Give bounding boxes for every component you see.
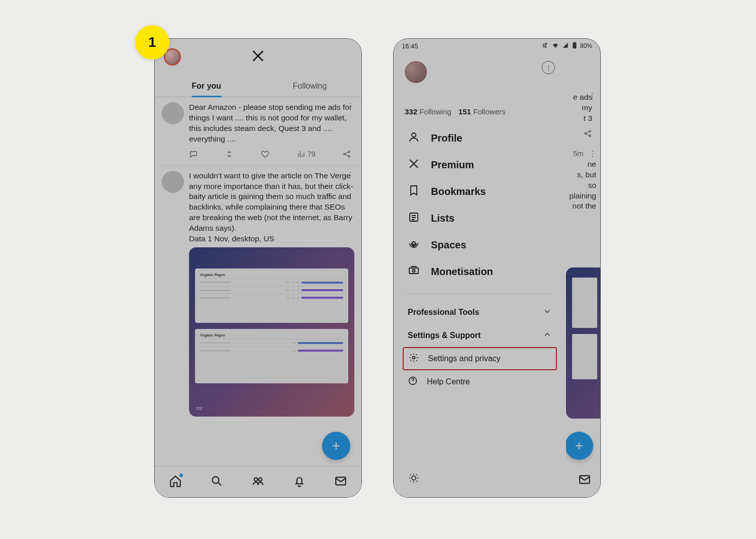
phone-right: 16:45 80% ⋮ e adsmyt 3 5m ⋮ nes, butsopl… bbox=[393, 38, 601, 498]
plus-icon: + bbox=[332, 438, 340, 454]
share-icon[interactable] bbox=[342, 150, 351, 159]
chevron-down-icon bbox=[543, 307, 552, 318]
drawer-menu: Profile Premium Bookmarks Lists Spaces M… bbox=[394, 123, 566, 287]
tab-for-you[interactable]: For you bbox=[155, 75, 258, 97]
svg-point-5 bbox=[259, 478, 262, 481]
menu-help-centre[interactable]: Help Centre bbox=[394, 370, 566, 393]
post-data-line: Data 1 Nov, desktop, US bbox=[189, 234, 274, 243]
search-icon[interactable] bbox=[210, 475, 223, 490]
post[interactable]: ⋮ I wouldn't want to give the article on… bbox=[155, 166, 361, 419]
like-icon[interactable] bbox=[261, 150, 270, 159]
plus-icon: + bbox=[575, 438, 583, 454]
svg-rect-16 bbox=[409, 268, 418, 274]
reply-icon[interactable] bbox=[189, 150, 198, 159]
messages-icon[interactable] bbox=[334, 475, 347, 490]
svg-point-15 bbox=[412, 242, 415, 245]
post-more-icon: ⋮ bbox=[588, 91, 596, 101]
sub-label: Help Centre bbox=[427, 377, 470, 386]
account-switcher-icon[interactable]: ⋮ bbox=[542, 61, 555, 74]
tab-following[interactable]: Following bbox=[258, 75, 361, 97]
menu-bookmarks[interactable]: Bookmarks bbox=[394, 178, 566, 205]
x-logo-icon bbox=[251, 49, 265, 64]
post-body: ⋮ Dear Amazon - please stop sending me a… bbox=[189, 102, 354, 163]
menu-label: Premium bbox=[431, 159, 474, 171]
communities-icon[interactable] bbox=[251, 475, 265, 490]
theme-toggle-icon[interactable] bbox=[408, 472, 420, 486]
post-image[interactable]: Organic Pages ————————————— ————————————… bbox=[189, 247, 354, 417]
spaces-icon bbox=[408, 238, 420, 252]
menu-label: Monetisation bbox=[431, 266, 493, 278]
tab-label: For you bbox=[192, 82, 221, 91]
svg-point-1 bbox=[348, 151, 350, 153]
post-more-icon[interactable]: ⋮ bbox=[346, 101, 354, 112]
menu-monetisation[interactable]: Monetisation bbox=[394, 258, 566, 285]
menu-label: Profile bbox=[431, 132, 462, 144]
follow-stats: 332 Following 151 Followers bbox=[394, 83, 566, 123]
compose-fab[interactable]: + bbox=[322, 432, 350, 460]
gear-icon bbox=[409, 353, 419, 365]
menu-premium[interactable]: Premium bbox=[394, 152, 566, 178]
post-avatar[interactable] bbox=[162, 102, 184, 124]
expander-label: Settings & Support bbox=[408, 331, 481, 340]
app-header bbox=[155, 39, 361, 75]
compose-fab: + bbox=[566, 432, 593, 460]
peek-image bbox=[566, 267, 600, 419]
svg-point-17 bbox=[413, 270, 415, 272]
image-panel: Organic Pages ——————————— ——————————— bbox=[195, 329, 348, 383]
following-stat[interactable]: 332 Following bbox=[405, 107, 452, 116]
x-icon bbox=[408, 158, 420, 172]
peek-text: nes, butsoplainingnot the bbox=[570, 160, 596, 211]
chevron-up-icon bbox=[543, 330, 552, 341]
menu-label: Lists bbox=[431, 213, 455, 224]
expander-settings-support[interactable]: Settings & Support bbox=[394, 324, 566, 347]
svg-point-18 bbox=[413, 357, 415, 359]
bottom-nav bbox=[155, 466, 361, 497]
views-icon[interactable]: 79 bbox=[296, 150, 316, 159]
profile-icon bbox=[408, 131, 420, 146]
post-body: ⋮ I wouldn't want to give the article on… bbox=[189, 171, 354, 417]
status-bar: 16:45 80% bbox=[394, 39, 600, 53]
sub-label: Settings and privacy bbox=[428, 354, 500, 363]
post-text: I wouldn't want to give the article on T… bbox=[189, 171, 353, 233]
watermark: mc bbox=[196, 405, 203, 412]
post-more-icon: ⋮ bbox=[589, 149, 596, 158]
feed[interactable]: ⋮ Dear Amazon - please stop sending me a… bbox=[155, 97, 361, 444]
notifications-icon[interactable] bbox=[293, 475, 306, 490]
nav-drawer: ⋮ 332 Following 151 Followers Profile Pr… bbox=[394, 53, 566, 497]
peek-time: 5m bbox=[573, 149, 584, 158]
expander-professional-tools[interactable]: Professional Tools bbox=[394, 301, 566, 324]
home-icon[interactable] bbox=[169, 475, 182, 490]
post-avatar[interactable] bbox=[162, 171, 184, 193]
svg-point-4 bbox=[254, 478, 258, 481]
step-number: 1 bbox=[148, 34, 156, 50]
svg-point-9 bbox=[585, 132, 586, 134]
post-more-icon[interactable]: ⋮ bbox=[346, 170, 354, 181]
repost-icon[interactable] bbox=[225, 150, 234, 159]
divider bbox=[405, 293, 555, 294]
post-text: Dear Amazon - please stop sending me ads… bbox=[189, 103, 352, 143]
svg-rect-7 bbox=[573, 42, 576, 48]
drawer-avatar[interactable] bbox=[405, 61, 427, 83]
signal-icon bbox=[562, 42, 569, 50]
menu-lists[interactable]: Lists bbox=[394, 205, 566, 232]
wifi-icon bbox=[552, 42, 559, 50]
views-count: 79 bbox=[307, 150, 316, 159]
feed-tabs: For you Following bbox=[155, 75, 361, 97]
svg-point-20 bbox=[412, 476, 416, 480]
money-icon bbox=[408, 264, 420, 279]
panel-label: Organic Pages bbox=[198, 272, 345, 278]
expander-label: Professional Tools bbox=[408, 308, 479, 317]
svg-point-10 bbox=[589, 130, 591, 132]
followers-stat[interactable]: 151 Followers bbox=[459, 107, 506, 116]
menu-settings-privacy[interactable]: Settings and privacy bbox=[403, 347, 557, 370]
battery-percent: 80% bbox=[580, 42, 592, 49]
menu-profile[interactable]: Profile bbox=[394, 125, 566, 152]
post[interactable]: ⋮ Dear Amazon - please stop sending me a… bbox=[155, 97, 361, 166]
messages-icon bbox=[578, 473, 591, 488]
image-panel: Organic Pages ————————————— ————————————… bbox=[195, 268, 348, 323]
svg-point-13 bbox=[412, 133, 416, 137]
phone-left: For you Following ⋮ Dear Amazon - please… bbox=[154, 38, 362, 498]
mute-icon bbox=[542, 42, 549, 50]
menu-spaces[interactable]: Spaces bbox=[394, 232, 566, 258]
share-icon bbox=[583, 129, 592, 138]
